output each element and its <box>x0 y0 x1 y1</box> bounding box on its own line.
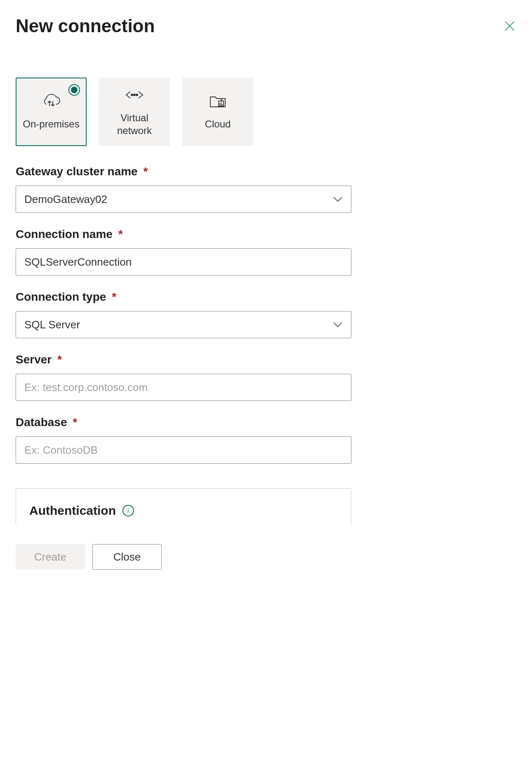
close-icon[interactable] <box>503 19 516 33</box>
card-cloud[interactable]: Cloud <box>182 78 253 146</box>
cloud-folder-icon <box>208 93 228 109</box>
svg-point-3 <box>134 94 135 96</box>
connection-type-cards: On-premises Virtual network Cloud <box>16 78 516 146</box>
chevron-down-icon <box>333 322 343 328</box>
card-label: On-premises <box>23 118 79 130</box>
card-label: Virtual network <box>104 111 165 137</box>
radio-selected-icon <box>68 84 80 96</box>
connection-type-value: SQL Server <box>24 318 80 331</box>
authentication-section: Authentication i <box>16 488 351 524</box>
chevron-down-icon <box>333 196 343 202</box>
database-label: Database * <box>16 416 516 429</box>
create-button[interactable]: Create <box>16 544 85 570</box>
cloud-sync-icon <box>41 93 61 109</box>
page-title: New connection <box>16 16 155 36</box>
required-mark: * <box>73 416 77 429</box>
network-icon <box>125 87 144 103</box>
required-mark: * <box>112 290 116 303</box>
dialog-footer: Create Close <box>16 544 516 570</box>
server-label: Server * <box>16 353 516 366</box>
connection-type-label: Connection type * <box>16 290 516 304</box>
card-on-premises[interactable]: On-premises <box>16 78 87 146</box>
required-mark: * <box>57 353 62 366</box>
svg-point-2 <box>131 94 133 96</box>
field-connection-name: Connection name * <box>16 228 516 276</box>
database-input[interactable] <box>16 436 351 464</box>
card-virtual-network[interactable]: Virtual network <box>99 78 170 146</box>
field-connection-type: Connection type * SQL Server <box>16 290 516 338</box>
info-icon[interactable]: i <box>122 505 134 516</box>
authentication-title: Authentication <box>29 504 116 518</box>
connection-name-input[interactable] <box>16 248 351 276</box>
field-gateway-cluster: Gateway cluster name * DemoGateway02 <box>16 165 516 213</box>
connection-name-label: Connection name * <box>16 228 516 241</box>
required-mark: * <box>143 165 148 178</box>
close-button[interactable]: Close <box>92 544 162 570</box>
svg-point-4 <box>136 94 138 96</box>
required-mark: * <box>118 228 123 240</box>
field-database: Database * <box>16 416 516 464</box>
field-server: Server * <box>16 353 516 401</box>
dialog-header: New connection <box>16 16 516 36</box>
card-label: Cloud <box>205 118 231 130</box>
connection-type-select[interactable]: SQL Server <box>16 311 351 338</box>
gateway-cluster-value: DemoGateway02 <box>24 193 107 206</box>
gateway-cluster-label: Gateway cluster name * <box>16 165 516 178</box>
server-input[interactable] <box>16 374 351 401</box>
gateway-cluster-select[interactable]: DemoGateway02 <box>16 186 351 213</box>
